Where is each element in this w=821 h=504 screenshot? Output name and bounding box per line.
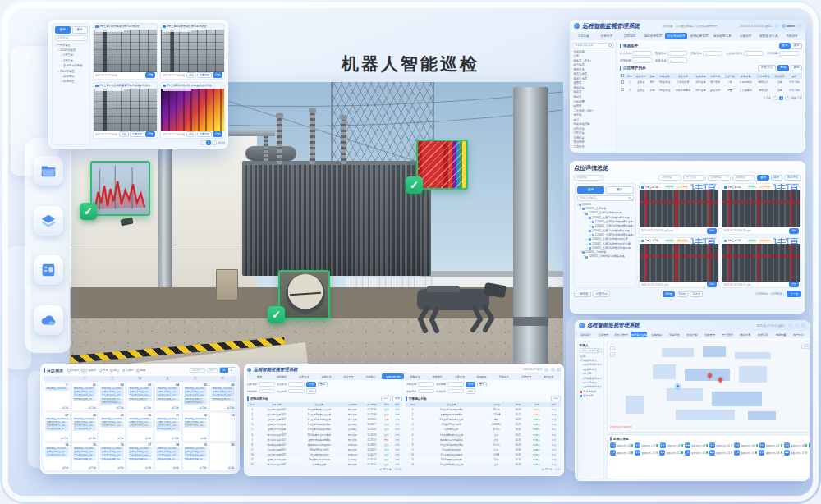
row-checkbox[interactable] <box>620 79 626 86</box>
nav-tab[interactable]: 任务管理 <box>595 332 612 337</box>
filter-input[interactable] <box>447 389 464 394</box>
day-count-link[interactable]: 共4条 <box>200 437 207 440</box>
day-count-link[interactable]: 共1条 <box>117 437 124 440</box>
action-link[interactable]: 详情 <box>395 423 400 426</box>
filter-input[interactable] <box>259 389 275 394</box>
task-chip[interactable]: 安防联动巡视_20 <box>156 458 180 461</box>
task-chip[interactable]: 全站表计抄录_202 <box>156 394 180 397</box>
settings-icon[interactable] <box>801 323 805 328</box>
reset-button[interactable]: 重置 <box>477 382 487 387</box>
action-link[interactable]: 处理 <box>552 433 557 437</box>
robot-item[interactable]: 巡检机器人17 <box>784 450 807 456</box>
nav-tab[interactable]: 系统设置 <box>781 33 803 39</box>
task-chip[interactable]: 变电例巡_2023060 <box>128 447 152 451</box>
task-chip[interactable]: 变电例巡_2023060 <box>184 447 208 451</box>
task-chip[interactable]: 全站表计抄录_202 <box>45 454 69 457</box>
task-chip[interactable]: 变电例巡_2023060 <box>184 418 208 421</box>
task-chip[interactable]: 变电例巡_2023060 <box>100 418 124 421</box>
folder-icon[interactable] <box>34 156 63 186</box>
filter-input[interactable]: ▾ <box>632 57 652 63</box>
day-count-link[interactable]: 共2条 <box>228 466 235 470</box>
search-button[interactable]: 查询 <box>757 175 768 181</box>
nav-tab[interactable]: 任务管理 <box>293 373 314 379</box>
nav-tab[interactable]: 用户管理 <box>538 373 559 379</box>
task-chip[interactable]: 全站表计抄录_202 <box>128 394 152 397</box>
nav-tab[interactable]: 告警管理 <box>405 373 426 379</box>
action-link[interactable]: 处理 <box>552 413 557 416</box>
task-chip[interactable]: 安防联动巡视_20 <box>211 398 235 401</box>
day-count-link[interactable]: 共20条 <box>144 406 151 410</box>
nav-tab[interactable]: 系统配置 <box>773 332 790 337</box>
robot-item[interactable]: 巡检机器人11 <box>635 450 658 456</box>
camera-thumbnail[interactable] <box>94 89 157 131</box>
nav-tab[interactable]: 工作台账 <box>572 33 594 39</box>
task-chip[interactable]: 变电例巡_2023060 <box>73 447 97 451</box>
task-chip[interactable]: 全站表计抄录_202 <box>100 424 124 428</box>
calendar-day-cell[interactable]: 05变电例巡_2023060主变红外测温_202全站表计抄录_202安防联动巡视… <box>182 383 209 412</box>
tree-tab[interactable]: 查询 <box>577 186 605 194</box>
filter-input[interactable]: ▾ <box>779 51 799 57</box>
detection-box-waveform[interactable]: ✓ <box>90 161 150 216</box>
calendar-day-cell[interactable]: 19变电例巡_2023060主变红外测温_202全站表计抄录_202安防联动巡视… <box>182 442 209 472</box>
action-link[interactable]: 处理 <box>552 443 557 447</box>
tree-item[interactable]: ▾220kV1_刀闸设备C相触头测温 <box>577 254 634 259</box>
page-size-button[interactable]: 12张/页 <box>690 291 703 297</box>
task-chip[interactable]: 避雷器泄流检测_2 <box>100 401 124 405</box>
camera-sidebar-tab[interactable]: 重置 <box>72 26 88 34</box>
filter-input[interactable] <box>288 389 305 394</box>
task-chip[interactable]: 安防联动巡视_20 <box>184 398 208 401</box>
day-count-link[interactable]: 共2条 <box>145 437 152 440</box>
action-link[interactable]: 详情 <box>395 448 400 451</box>
calendar-day-cell[interactable]: 08变电例巡_2023060主变红外测温_202全站表计抄录_202安防联动巡视… <box>71 412 99 442</box>
task-chip[interactable]: 主变红外测温_202 <box>156 391 180 394</box>
fullscreen-icon[interactable] <box>797 24 801 28</box>
detection-box-thermal[interactable]: ✓ <box>416 140 468 190</box>
day-count-link[interactable]: 共13条 <box>199 466 206 470</box>
nav-tab[interactable]: 联动控制 <box>684 332 701 337</box>
nav-tab[interactable]: 智能分析 <box>666 332 683 337</box>
robot-item[interactable]: 巡检机器人05 <box>709 442 732 448</box>
page-number[interactable]: 1 <box>206 140 211 145</box>
point-photo[interactable] <box>722 190 801 227</box>
point-photo[interactable] <box>640 190 718 227</box>
nav-tab[interactable]: 报表统计 <box>427 373 448 379</box>
filter-input[interactable] <box>418 382 434 387</box>
card-action-button[interactable]: 查看原图 <box>197 131 212 137</box>
action-link[interactable]: 详情 <box>395 418 400 421</box>
card-action-button[interactable]: 详情 <box>145 72 155 78</box>
action-link[interactable]: 处理 <box>552 418 557 421</box>
task-chip[interactable]: 变电例巡_2023060 <box>128 387 152 391</box>
calendar-day-cell[interactable]: 12变电例巡_2023060主变红外测温_202全站表计抄录_202共4条 <box>182 412 209 442</box>
filter-select[interactable]: 识别类型▾ <box>658 175 681 181</box>
tree-tab[interactable]: 重置 <box>606 186 634 194</box>
action-link[interactable]: 处理 <box>552 438 557 442</box>
calendar-day-cell[interactable]: 03变电例巡_2023060主变红外测温_202全站表计抄录_202安防联动巡视… <box>126 383 154 412</box>
task-chip[interactable]: 安防联动巡视_20 <box>156 398 180 401</box>
detail-button[interactable]: 详情 <box>789 228 799 234</box>
task-chip[interactable]: 主变红外测温_202 <box>128 421 152 424</box>
nav-tab[interactable]: 巡视结果列表 <box>382 373 403 379</box>
task-chip[interactable]: 主变红外测温_202 <box>100 421 124 424</box>
thermal-thumbnail[interactable] <box>161 89 224 131</box>
filter-select[interactable]: 巡视结果▾ <box>732 175 755 181</box>
detection-box-gauge[interactable]: ✓ <box>278 270 330 319</box>
table-row[interactable]: 122号主变B相套管油位表正常10:22已确认处理 <box>406 462 561 467</box>
camera-sidebar-tab[interactable]: 查询 <box>55 26 71 34</box>
next-page-button[interactable]: › <box>785 96 790 101</box>
task-chip[interactable]: 全站表计抄录_202 <box>184 424 208 428</box>
camera-thumbnail[interactable] <box>161 30 224 72</box>
action-link[interactable]: 处理 <box>552 463 557 466</box>
action-link[interactable]: 详情 <box>395 463 400 466</box>
header-checkbox[interactable] <box>620 73 626 80</box>
robot-item[interactable]: 巡检机器人03 <box>660 442 683 448</box>
task-chip[interactable]: 安防联动巡视_20 <box>100 458 124 461</box>
detail-button[interactable]: 详情 <box>789 282 799 287</box>
day-count-link[interactable]: 共13条 <box>89 437 96 440</box>
action-link[interactable]: 详情 <box>395 438 400 442</box>
task-chip[interactable]: 安防联动巡视_20 <box>45 428 69 431</box>
task-chip[interactable]: 安防联动巡视_20 <box>156 428 180 431</box>
task-chip[interactable]: 全站表计抄录_202 <box>100 454 124 457</box>
nav-tab[interactable]: 智能巡视工具 <box>711 33 733 39</box>
task-chip[interactable]: 全站表计抄录_202 <box>45 424 69 428</box>
filter-select[interactable]: 告警状态▾ <box>683 175 706 181</box>
